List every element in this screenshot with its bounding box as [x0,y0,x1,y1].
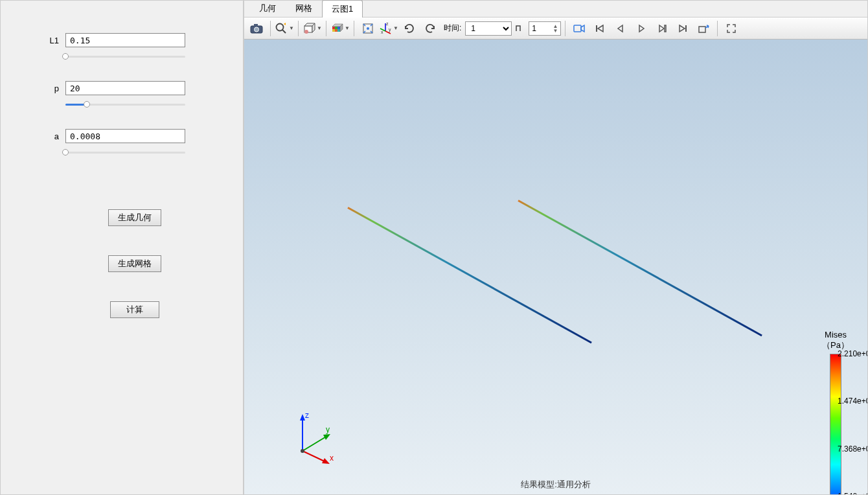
step-forward-icon [657,23,667,34]
play-icon [636,23,646,34]
step-icon [515,23,525,34]
svg-line-4 [282,30,286,33]
chevron-down-icon: ▼ [289,25,294,31]
legend-tick: 1.474e+06 [838,397,867,406]
skip-first-button[interactable] [590,19,610,38]
beam-model-2 [518,200,762,336]
svg-rect-12 [337,29,340,32]
svg-text:x: x [330,454,334,463]
svg-text:y: y [326,425,330,434]
rubiks-cube-icon [330,22,343,35]
svg-rect-9 [337,27,340,29]
render-mode-button[interactable]: ▼ [303,19,322,38]
skip-last-button[interactable] [673,19,692,38]
param-slider-a[interactable] [65,148,185,157]
param-slider-L1[interactable] [65,52,185,62]
tab-mesh[interactable]: 网格 [286,0,322,17]
legend-tick: 1.540e+00 [838,492,867,494]
record-button[interactable] [569,19,589,38]
video-camera-icon [573,23,586,34]
legend-title: Mises [822,330,849,340]
legend-tick: 7.368e+05 [838,444,867,454]
tab-contour1[interactable]: 云图1 [322,0,363,17]
param-label-p: p [40,84,65,93]
svg-text:x: x [381,30,383,34]
axis-icon: zyx [379,22,392,35]
rotate-ccw-icon [424,22,437,35]
axis-orientation-button[interactable]: zyx ▼ [379,19,398,38]
step-spinner[interactable]: 1▲▼ [529,21,561,36]
svg-marker-27 [300,414,305,420]
param-input-L1[interactable] [65,33,185,47]
svg-rect-1 [254,24,258,27]
fullscreen-icon [726,23,737,34]
magnifier-icon [275,22,288,35]
rotate-cw-icon [403,22,416,35]
step-forward-button[interactable] [652,19,672,38]
axis-triad: z y x [290,409,348,467]
rotate-ccw-button[interactable] [420,19,440,38]
svg-rect-8 [335,27,337,29]
svg-rect-25 [699,27,705,32]
step-toggle-button[interactable] [513,19,527,38]
skip-first-icon [595,23,605,34]
param-input-a[interactable] [65,129,185,143]
svg-rect-23 [665,25,666,32]
fit-view-button[interactable] [358,19,378,38]
chevron-down-icon: ▼ [317,25,322,31]
export-icon [698,23,709,34]
tab-geometry[interactable]: 几何 [249,0,286,17]
svg-rect-10 [332,29,335,32]
beam-model-1 [347,207,592,343]
svg-point-14 [367,27,369,30]
generate-geometry-button[interactable]: 生成几何 [108,209,161,226]
svg-point-2 [255,27,259,32]
svg-line-32 [303,451,326,462]
color-legend: Mises （Pa） 2.210e+06 1.474e+06 7.368e+05… [822,330,849,494]
chevron-down-icon: ▼ [393,25,398,31]
svg-point-3 [277,23,284,30]
svg-text:z: z [386,22,389,26]
time-select[interactable]: 1 [465,21,512,36]
time-label: 时间: [441,23,464,34]
step-back-button[interactable] [611,19,630,38]
generate-mesh-button[interactable]: 生成网格 [108,255,161,272]
svg-rect-21 [574,25,581,32]
param-slider-p[interactable] [65,100,185,109]
param-input-p[interactable] [65,81,185,95]
param-label-L1: L1 [40,36,65,45]
legend-tick: 2.210e+06 [838,349,867,358]
viewport-toolbar: ▼ ▼ ▼ zyx ▼ [244,17,867,40]
step-back-icon [615,23,626,34]
svg-point-35 [301,449,304,453]
fit-view-icon [361,22,374,35]
result-viewport[interactable]: z y x Mises （Pa） 2.210e+06 1.474e+06 7.3… [244,40,867,494]
legend-colorbar [830,354,841,494]
color-cube-button[interactable]: ▼ [330,19,350,38]
play-button[interactable] [632,19,651,38]
calculate-button[interactable]: 计算 [110,301,159,318]
content-area: 几何 网格 云图1 ▼ ▼ [244,0,868,495]
param-label-a: a [40,132,65,141]
svg-text:z: z [305,411,309,420]
svg-rect-24 [685,25,687,32]
camera-icon [249,23,264,34]
skip-last-icon [678,23,688,34]
svg-line-29 [303,436,327,451]
svg-rect-11 [335,29,337,32]
brush-cube-icon [303,22,315,35]
zoom-button[interactable]: ▼ [275,19,294,38]
parameter-sidebar: L1 p a 生成几何 生成网格 计算 [0,0,244,495]
screenshot-button[interactable] [247,19,266,38]
fullscreen-button[interactable] [722,19,741,38]
chevron-down-icon: ▼ [345,25,350,31]
export-animation-button[interactable] [694,19,713,38]
svg-text:y: y [389,27,391,32]
view-tab-bar: 几何 网格 云图1 [244,1,867,17]
rotate-cw-button[interactable] [400,19,419,38]
svg-rect-7 [332,27,335,29]
svg-point-6 [304,30,308,34]
result-model-label: 结果模型:通用分析 [521,479,591,490]
svg-marker-33 [322,458,330,464]
